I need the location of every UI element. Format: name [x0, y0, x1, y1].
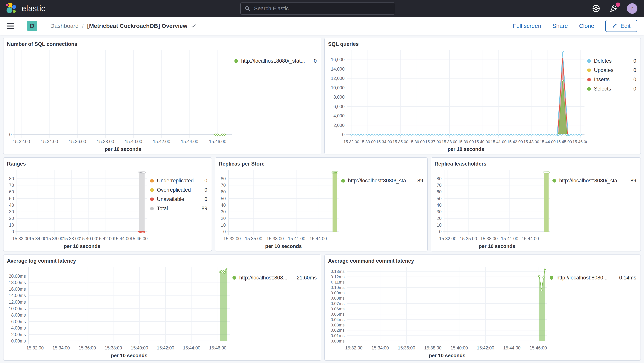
help-icon[interactable]	[592, 4, 600, 13]
svg-text:0: 0	[223, 229, 226, 234]
svg-text:15:44:00: 15:44:00	[522, 236, 539, 241]
svg-text:per 10 seconds: per 10 seconds	[265, 243, 302, 249]
legend-item[interactable]: http://localhost:8080/_stat... 0	[234, 58, 317, 64]
chart-canvas[interactable]: 02,0004,0006,0008,00010,00012,00014,0001…	[328, 47, 587, 152]
svg-text:10,000: 10,000	[331, 85, 344, 90]
panel-title[interactable]: SQL queries	[328, 41, 637, 47]
chart-canvas[interactable]: 0102030405060708015:32:0015:35:0015:38:0…	[219, 167, 341, 249]
dashboard-row: Number of SQL connections 015:32:0015:34…	[3, 38, 641, 154]
svg-text:15:44:00: 15:44:00	[503, 345, 520, 350]
legend-item[interactable]: Updates 0	[587, 67, 636, 73]
svg-text:per 10 seconds: per 10 seconds	[111, 352, 148, 358]
chart-legend: http://localhost:8080/_sta... 89	[552, 167, 637, 249]
svg-text:15:40:00: 15:40:00	[131, 345, 148, 350]
news-icon[interactable]	[609, 4, 618, 13]
svg-text:15:44:00: 15:44:00	[183, 345, 200, 350]
legend-item[interactable]: http://localhost:808... 21.60ms	[232, 275, 317, 281]
svg-text:60: 60	[9, 190, 14, 195]
legend-series-label: http://localhost:8080/_sta...	[559, 178, 626, 184]
legend-series-value: 89	[202, 206, 207, 212]
svg-text:0.05ms: 0.05ms	[330, 312, 344, 317]
legend-item[interactable]: http://localhost:8080/_sta... 89	[341, 178, 423, 184]
svg-text:15:37:00: 15:37:00	[425, 139, 441, 144]
svg-text:15:34:00: 15:34:00	[372, 345, 389, 350]
legend-series-dot	[150, 207, 154, 210]
legend-series-value: 0	[204, 187, 207, 193]
check-icon[interactable]	[190, 23, 196, 29]
svg-text:15:36:00: 15:36:00	[409, 139, 425, 144]
svg-text:15:42:00: 15:42:00	[507, 139, 523, 144]
legend-series-value: 21.60ms	[296, 275, 317, 281]
edit-button[interactable]: Edit	[605, 20, 637, 32]
svg-text:15:42:00: 15:42:00	[96, 236, 114, 241]
legend-series-label: Total	[157, 206, 197, 212]
dashboard-row: Ranges 0102030405060708015:32:0015:34:00…	[3, 157, 641, 251]
legend-item[interactable]: http://localhost:8080... 0.14ms	[550, 275, 636, 281]
panel-title[interactable]: Average command commit latency	[328, 258, 637, 264]
svg-text:15:46:00: 15:46:00	[130, 236, 148, 241]
svg-text:16.00ms: 16.00ms	[9, 287, 26, 292]
legend-item[interactable]: Underreplicated 0	[150, 178, 207, 184]
legend-item[interactable]: Inserts 0	[587, 77, 636, 83]
svg-text:15:41:00: 15:41:00	[501, 236, 518, 241]
dashboard-panel: Average log commit latency 0.00ms2.00ms4…	[3, 254, 321, 360]
legend-series-value: 0	[633, 77, 636, 83]
svg-text:60: 60	[221, 190, 226, 195]
svg-text:70: 70	[437, 183, 442, 188]
chart-canvas[interactable]: 0102030405060708015:32:0015:35:0015:38:0…	[434, 167, 552, 249]
chart-canvas[interactable]: 0.00ms2.00ms4.00ms6.00ms8.00ms10.00ms12.…	[7, 264, 232, 358]
avatar[interactable]: r	[627, 3, 638, 14]
breadcrumb-dashboard[interactable]: Dashboard	[50, 23, 79, 29]
share-button[interactable]: Share	[552, 23, 568, 29]
menu-icon[interactable]	[7, 23, 14, 29]
svg-text:15:44:00: 15:44:00	[310, 236, 327, 241]
chart-area: 0.00ms0.01ms0.02ms0.03ms0.04ms0.05ms0.06…	[328, 264, 550, 358]
panel-title[interactable]: Average log commit latency	[7, 258, 318, 264]
panel-title[interactable]: Replicas per Store	[219, 161, 424, 167]
dashboard-actions: Full screen Share Clone Edit	[513, 20, 637, 32]
chart-canvas[interactable]: 015:32:0015:34:0015:36:0015:38:0015:40:0…	[7, 47, 234, 152]
dashboard-panel: Ranges 0102030405060708015:32:0015:34:00…	[3, 157, 212, 251]
chart-area: 0102030405060708015:32:0015:35:0015:38:0…	[434, 167, 552, 249]
legend-series-dot	[150, 179, 154, 183]
dashboard-app-badge[interactable]: D	[27, 21, 37, 31]
legend-item[interactable]: Overreplicated 0	[150, 187, 207, 193]
legend-item[interactable]: Total 89	[150, 206, 207, 212]
legend-series-label: http://localhost:808...	[239, 275, 292, 281]
svg-text:15:38:00: 15:38:00	[97, 139, 114, 144]
svg-text:15:32:00: 15:32:00	[26, 345, 44, 350]
svg-text:10.00ms: 10.00ms	[9, 306, 26, 311]
legend-series-label: Unavailable	[157, 196, 200, 202]
svg-text:30: 30	[437, 209, 442, 214]
dashboard-panel: Replicas per Store 0102030405060708015:3…	[215, 157, 428, 251]
legend-series-label: http://localhost:8080/_sta...	[348, 178, 413, 184]
svg-text:15:36:00: 15:36:00	[69, 139, 86, 144]
svg-text:15:38:00: 15:38:00	[105, 345, 122, 350]
panel-title[interactable]: Ranges	[7, 161, 208, 167]
elastic-logo[interactable]: elastic	[6, 2, 46, 15]
legend-item[interactable]: Unavailable 0	[150, 196, 207, 202]
svg-text:0.10ms: 0.10ms	[330, 285, 344, 290]
legend-item[interactable]: Deletes 0	[587, 58, 636, 64]
svg-text:30: 30	[9, 209, 14, 214]
chart-canvas[interactable]: 0.00ms0.01ms0.02ms0.03ms0.04ms0.05ms0.06…	[328, 264, 550, 358]
clone-button[interactable]: Clone	[579, 23, 594, 29]
dashboard-panel: SQL queries 02,0004,0006,0008,00010,0001…	[324, 38, 641, 154]
panel-title[interactable]: Replica leaseholders	[434, 161, 637, 167]
svg-text:0.09ms: 0.09ms	[330, 290, 344, 295]
svg-text:80: 80	[437, 176, 442, 181]
panel-body: 0102030405060708015:32:0015:35:0015:38:0…	[434, 167, 637, 249]
global-search-input[interactable]: Search Elastic	[240, 3, 395, 15]
chart-canvas[interactable]: 0102030405060708015:32:0015:34:0015:36:0…	[7, 167, 150, 249]
svg-text:0: 0	[342, 132, 344, 137]
svg-text:40: 40	[437, 203, 442, 208]
svg-text:40: 40	[9, 203, 14, 208]
full-screen-button[interactable]: Full screen	[513, 23, 541, 29]
legend-series-value: 0	[314, 58, 317, 64]
pencil-icon	[612, 23, 618, 29]
svg-text:80: 80	[221, 176, 226, 181]
panel-title[interactable]: Number of SQL connections	[7, 41, 318, 47]
svg-text:15:42:00: 15:42:00	[477, 345, 494, 350]
legend-item[interactable]: Selects 0	[587, 86, 636, 92]
legend-item[interactable]: http://localhost:8080/_sta... 89	[552, 178, 636, 184]
